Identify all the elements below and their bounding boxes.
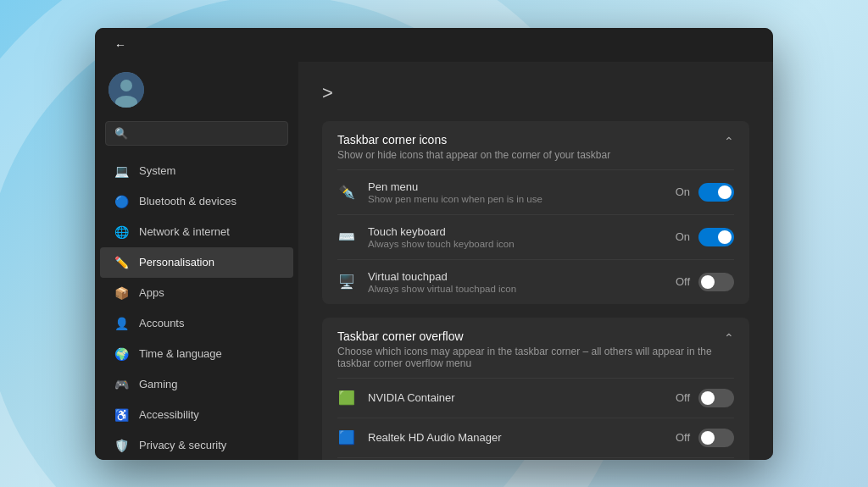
toggle-nvidia-container[interactable] [698, 389, 734, 407]
setting-icon: ⌨️ [337, 228, 356, 246]
sidebar: 🔍 💻 System 🔵 Bluetooth & devices 🌐 Netwo… [95, 62, 298, 460]
breadcrumb-separator: > [322, 82, 333, 103]
sidebar-item-label-personalisation: Personalisation [139, 256, 214, 268]
section-subtitle: Choose which icons may appear in the tas… [337, 346, 724, 369]
sidebar-item-time[interactable]: 🌍 Time & language [100, 339, 293, 369]
setting-icon: ✒️ [337, 183, 356, 202]
setting-row: ⌨️ Touch keyboard Always show touch keyb… [322, 215, 749, 259]
section-chevron-icon: ⌃ [724, 331, 734, 345]
setting-label: Touch keyboard [368, 225, 664, 238]
setting-row: 🟩 NVIDIA Container Off [322, 379, 749, 418]
setting-label: NVIDIA Container [368, 391, 664, 404]
search-box[interactable]: 🔍 [105, 121, 288, 146]
setting-text: Virtual touchpad Always show virtual tou… [368, 270, 664, 294]
sidebar-item-label-privacy: Privacy & security [139, 439, 226, 451]
setting-icon: 🖥️ [337, 273, 356, 291]
setting-text: Pen menu Show pen menu icon when pen is … [368, 180, 664, 204]
setting-text: Realtek HD Audio Manager [368, 431, 664, 444]
window-controls [636, 32, 760, 58]
sidebar-item-label-accessibility: Accessibility [139, 408, 199, 421]
section-chevron-icon: ⌃ [724, 135, 734, 148]
sidebar-item-personalisation[interactable]: ✏️ Personalisation [100, 247, 293, 278]
sidebar-item-system[interactable]: 💻 System [100, 156, 293, 186]
sidebar-item-label-gaming: Gaming [139, 378, 178, 390]
sidebar-item-label-bluetooth: Bluetooth & devices [139, 195, 236, 208]
title-bar: ← [95, 28, 773, 62]
minimize-button[interactable] [636, 32, 675, 58]
setting-control: On [676, 183, 734, 202]
avatar[interactable] [108, 72, 144, 108]
section-subtitle: Show or hide icons that appear on the co… [337, 149, 610, 161]
setting-label: Realtek HD Audio Manager [368, 431, 664, 444]
sidebar-item-label-system: System [139, 164, 175, 177]
section-title: Taskbar corner icons [337, 133, 610, 147]
accounts-icon: 👤 [114, 316, 129, 331]
sidebar-item-label-apps: Apps [139, 286, 164, 299]
setting-control: Off [676, 389, 734, 407]
setting-control: On [676, 228, 734, 246]
section-header[interactable]: Taskbar corner icons Show or hide icons … [322, 121, 749, 169]
setting-row: ✒️ Pen menu Show pen menu icon when pen … [322, 170, 749, 214]
sidebar-item-label-time: Time & language [139, 347, 222, 360]
setting-row: 🖥️ Virtual touchpad Always show virtual … [322, 260, 749, 304]
setting-label: Virtual touchpad [368, 270, 664, 283]
personalisation-icon: ✏️ [114, 255, 129, 270]
setting-desc: Show pen menu icon when pen is in use [368, 194, 664, 204]
toggle-virtual-touchpad[interactable] [698, 273, 734, 291]
sidebar-item-accessibility[interactable]: ♿ Accessibility [100, 400, 293, 430]
network-icon: 🌐 [114, 224, 129, 240]
sidebar-item-bluetooth[interactable]: 🔵 Bluetooth & devices [100, 186, 293, 217]
sidebar-item-privacy[interactable]: 🛡️ Privacy & security [100, 430, 293, 460]
system-icon: 💻 [114, 163, 129, 179]
time-icon: 🌍 [114, 346, 129, 362]
setting-desc: Always show virtual touchpad icon [368, 284, 664, 294]
sections-container: Taskbar corner icons Show or hide icons … [322, 121, 749, 460]
setting-icon: 🟩 [337, 389, 356, 407]
toggle-state-label: On [676, 230, 690, 243]
toggle-realtek-hd-audio-manager[interactable] [698, 429, 734, 447]
settings-window: ← 🔍 [95, 28, 773, 460]
sidebar-item-apps[interactable]: 📦 Apps [100, 278, 293, 308]
setting-row: 🟦 Realtek HD Audio Manager Off [322, 418, 749, 457]
privacy-icon: 🛡️ [114, 438, 129, 453]
apps-icon: 📦 [114, 285, 129, 301]
breadcrumb: > [322, 82, 749, 104]
sidebar-item-accounts[interactable]: 👤 Accounts [100, 308, 293, 339]
setting-label: Pen menu [368, 180, 664, 193]
search-input[interactable] [135, 127, 279, 140]
toggle-pen-menu[interactable] [698, 183, 734, 202]
setting-desc: Always show touch keyboard icon [368, 239, 664, 249]
back-button[interactable]: ← [108, 33, 132, 57]
content-area: > Taskbar corner icons Show or hide icon… [298, 62, 773, 460]
section-header[interactable]: Taskbar corner overflow Choose which ico… [322, 318, 749, 378]
svg-point-1 [120, 80, 132, 91]
setting-text: NVIDIA Container [368, 391, 664, 404]
user-section [95, 62, 298, 121]
section-title: Taskbar corner overflow [337, 329, 724, 343]
toggle-state-label: Off [676, 431, 690, 444]
search-icon: 🔍 [114, 127, 128, 140]
setting-text: Touch keyboard Always show touch keyboar… [368, 225, 664, 249]
maximize-button[interactable] [678, 32, 717, 58]
sidebar-item-gaming[interactable]: 🎮 Gaming [100, 369, 293, 400]
sidebar-item-label-network: Network & internet [139, 225, 230, 238]
section-corner-icons: Taskbar corner icons Show or hide icons … [322, 121, 749, 304]
accessibility-icon: ♿ [114, 407, 129, 423]
toggle-touch-keyboard[interactable] [698, 228, 734, 246]
setting-row: 🟥 McAfee Off [322, 458, 749, 460]
bluetooth-icon: 🔵 [114, 194, 129, 209]
sidebar-item-network[interactable]: 🌐 Network & internet [100, 217, 293, 247]
setting-icon: 🟦 [337, 429, 356, 447]
setting-control: Off [676, 273, 734, 291]
toggle-state-label: Off [676, 391, 690, 404]
section-corner-overflow: Taskbar corner overflow Choose which ico… [322, 318, 749, 460]
setting-control: Off [676, 429, 734, 447]
sidebar-item-label-accounts: Accounts [139, 317, 184, 329]
nav-list: 💻 System 🔵 Bluetooth & devices 🌐 Network… [95, 156, 298, 460]
close-button[interactable] [721, 32, 760, 58]
main-layout: 🔍 💻 System 🔵 Bluetooth & devices 🌐 Netwo… [95, 62, 773, 460]
toggle-state-label: Off [676, 275, 690, 288]
gaming-icon: 🎮 [114, 377, 129, 392]
toggle-state-label: On [676, 185, 690, 198]
